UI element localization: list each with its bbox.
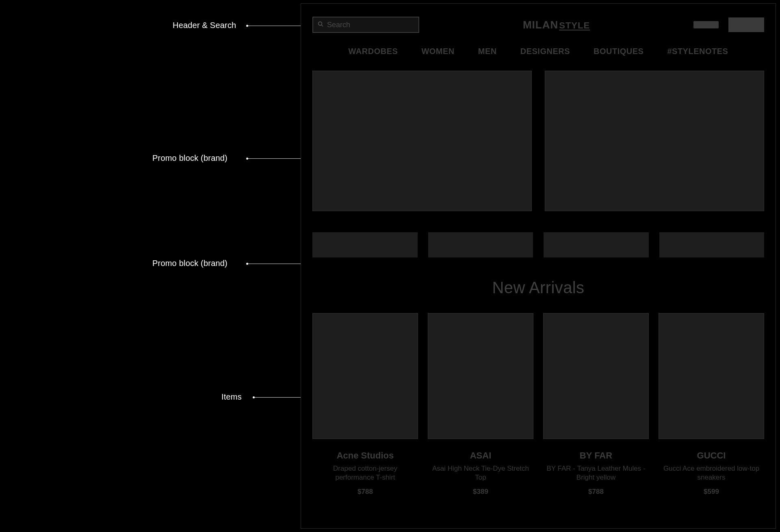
product-brand: BY FAR: [580, 450, 612, 461]
promo-small-3[interactable]: [544, 232, 649, 257]
product-card[interactable]: GUCCI Gucci Ace embroidered low-top snea…: [659, 313, 764, 496]
annotation-line: [247, 26, 308, 26]
svg-point-0: [318, 22, 322, 26]
header: MILAN STYLE: [312, 4, 764, 35]
annotation-line: [254, 397, 308, 398]
product-card[interactable]: BY FAR BY FAR - Tanya Leather Mules - Br…: [543, 313, 649, 496]
promo-large-1[interactable]: [312, 71, 532, 211]
product-card[interactable]: Acne Studios Draped cotton-jersey perfor…: [312, 313, 418, 496]
promo-small-1[interactable]: [312, 232, 418, 257]
product-image: [659, 313, 764, 439]
nav-item-boutiques[interactable]: BOUTIQUES: [594, 47, 644, 56]
product-name: Gucci Ace embroidered low-top sneakers: [659, 464, 764, 482]
search-icon: [317, 21, 324, 29]
annotation-promo-large: Promo block (brand): [152, 154, 228, 163]
product-price: $599: [704, 488, 719, 496]
site-surface: MILAN STYLE WARDOBES WOMEN MEN DESIGNERS…: [301, 3, 776, 529]
annotation-items: Items: [221, 392, 242, 402]
search-input[interactable]: [327, 21, 414, 29]
promo-large-row: [312, 71, 764, 211]
search-wrap[interactable]: [312, 17, 419, 33]
promo-small-4[interactable]: [659, 232, 765, 257]
product-name: BY FAR - Tanya Leather Mules - Bright ye…: [543, 464, 649, 482]
section-title-new-arrivals: New Arrivals: [312, 279, 764, 297]
svg-line-1: [321, 25, 323, 26]
nav-item-designers[interactable]: DESIGNERS: [520, 47, 570, 56]
annotation-promo-small: Promo block (brand): [152, 259, 228, 268]
product-image: [312, 313, 418, 439]
header-button-placeholder[interactable]: [728, 17, 764, 32]
product-grid: Acne Studios Draped cotton-jersey perfor…: [312, 313, 764, 496]
product-brand: ASAI: [470, 450, 492, 461]
nav-item-stylenotes[interactable]: #STYLENOTES: [667, 47, 728, 56]
annotation-header-search: Header & Search: [173, 21, 236, 30]
nav-item-wardobes[interactable]: WARDOBES: [349, 47, 398, 56]
promo-large-2[interactable]: [545, 71, 764, 211]
annotation-panel: Header & Search Promo block (brand) Prom…: [0, 0, 301, 532]
header-text-placeholder[interactable]: [693, 21, 719, 28]
product-brand: Acne Studios: [337, 450, 394, 461]
annotation-line: [247, 264, 308, 264]
product-card[interactable]: ASAI Asai High Neck Tie-Dye Stretch Top …: [428, 313, 533, 496]
promo-small-row: [312, 232, 764, 257]
product-price: $788: [358, 488, 373, 496]
logo-text-2: STYLE: [559, 20, 590, 31]
product-image: [543, 313, 649, 439]
site-logo[interactable]: MILAN STYLE: [523, 19, 590, 31]
annotation-line: [247, 158, 308, 159]
nav-item-women[interactable]: WOMEN: [421, 47, 454, 56]
product-price: $389: [473, 488, 488, 496]
product-price: $788: [588, 488, 604, 496]
primary-nav: WARDOBES WOMEN MEN DESIGNERS BOUTIQUES #…: [312, 35, 764, 67]
logo-text-1: MILAN: [523, 19, 558, 31]
product-name: Draped cotton-jersey performance T-shirt: [312, 464, 418, 482]
promo-small-2[interactable]: [428, 232, 533, 257]
product-name: Asai High Neck Tie-Dye Stretch Top: [428, 464, 533, 482]
product-image: [428, 313, 533, 439]
product-brand: GUCCI: [697, 450, 726, 461]
header-actions: [693, 17, 764, 32]
nav-item-men[interactable]: MEN: [478, 47, 497, 56]
